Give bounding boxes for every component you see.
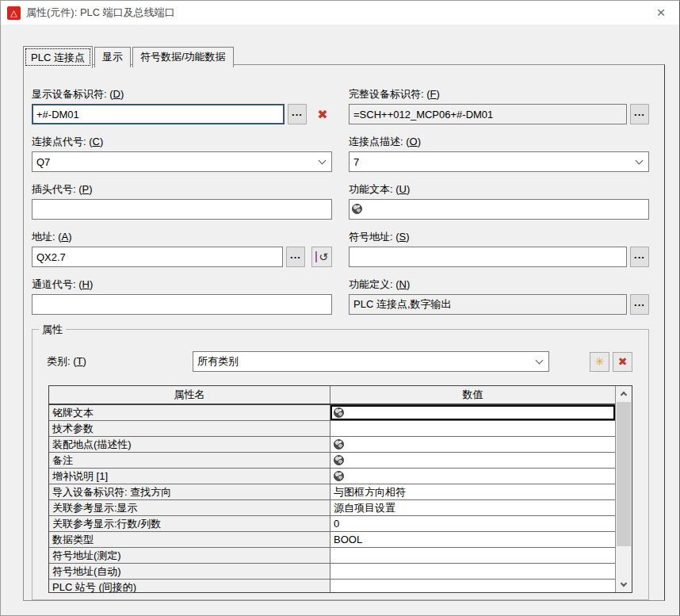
plug-designation-input[interactable] bbox=[32, 199, 332, 220]
property-value-cell[interactable] bbox=[330, 437, 615, 452]
field-channel-designation: 通道代号: (H) bbox=[32, 277, 332, 315]
chevron-down-icon bbox=[536, 356, 544, 364]
property-name-cell[interactable]: 导入设备标识符: 查找方向 bbox=[49, 484, 330, 499]
property-value-cell[interactable]: 与图框方向相符 bbox=[330, 484, 615, 499]
symbolic-address-input[interactable] bbox=[349, 247, 627, 267]
field-plug-designation: 插头代号: (P) bbox=[32, 182, 332, 220]
function-text-input[interactable] bbox=[349, 199, 649, 220]
property-value-cell[interactable]: BOOL bbox=[330, 532, 615, 547]
property-value-text: 源自项目设置 bbox=[334, 500, 395, 515]
tab-display[interactable]: 显示 bbox=[94, 47, 131, 67]
property-name-cell[interactable]: 关联参考显示:行数/列数 bbox=[49, 516, 330, 531]
property-name-cell[interactable]: 增补说明 [1] bbox=[49, 469, 330, 484]
field-connection-point-description: 连接点描述: (O) 7 bbox=[349, 135, 649, 172]
property-value-cell[interactable]: 源自项目设置 bbox=[330, 500, 615, 515]
header-value[interactable]: 数值 bbox=[330, 386, 615, 404]
multilanguage-globe-icon bbox=[352, 204, 362, 214]
property-table: 属性名 数值 铭牌文本技术参数装配地点(描述性)备注增补说明 [1]导入设备标识… bbox=[48, 385, 632, 593]
select-value: 所有类别 bbox=[197, 354, 537, 369]
connection-point-designation-select[interactable]: Q7 bbox=[32, 151, 332, 172]
property-value-cell[interactable] bbox=[330, 548, 615, 563]
field-label: 地址: (A) bbox=[32, 230, 332, 243]
property-value-text: BOOL bbox=[334, 532, 362, 547]
field-function-text: 功能文本: (U) bbox=[349, 182, 649, 220]
close-icon[interactable]: × bbox=[649, 2, 673, 24]
table-row[interactable]: 数据类型BOOL bbox=[49, 532, 615, 548]
property-grid: 属性名 数值 铭牌文本技术参数装配地点(描述性)备注增补说明 [1]导入设备标识… bbox=[49, 386, 615, 592]
address-input[interactable] bbox=[32, 247, 283, 267]
connection-point-description-select[interactable]: 7 bbox=[349, 151, 649, 172]
tab-plc-connection-point[interactable]: PLC 连接点 bbox=[23, 46, 93, 68]
scrollbar-thumb[interactable] bbox=[617, 402, 631, 546]
browse-symbolic-address-button[interactable]: ... bbox=[630, 247, 649, 267]
eplan-logo-icon: △ bbox=[7, 6, 21, 20]
vertical-scrollbar[interactable] bbox=[615, 386, 632, 592]
category-row: 类别: (T) 所有类别 ✳ ✖ bbox=[47, 351, 632, 372]
title-bar: △ 属性(元件): PLC 端口及总线端口 × bbox=[1, 1, 679, 25]
multilanguage-globe-icon bbox=[334, 407, 344, 418]
property-value-cell[interactable]: 0 bbox=[330, 516, 615, 531]
field-label: 功能定义: (N) bbox=[349, 277, 649, 290]
select-value: 7 bbox=[353, 156, 636, 168]
table-row[interactable]: 符号地址(测定) bbox=[49, 548, 615, 564]
chevron-down-icon bbox=[319, 156, 327, 164]
field-label: 插头代号: (P) bbox=[32, 182, 332, 195]
chevron-up-icon bbox=[621, 392, 627, 398]
field-label: 完整设备标识符: (F) bbox=[349, 87, 649, 100]
property-value-cell[interactable] bbox=[330, 453, 615, 468]
scroll-up-button[interactable] bbox=[616, 386, 632, 401]
function-definition-input[interactable] bbox=[349, 294, 627, 315]
table-row[interactable]: 导入设备标识符: 查找方向与图框方向相符 bbox=[49, 484, 615, 500]
table-row[interactable]: 技术参数 bbox=[49, 421, 615, 437]
table-row[interactable]: 增补说明 [1] bbox=[49, 469, 615, 484]
property-name-cell[interactable]: 符号地址(测定) bbox=[49, 548, 330, 563]
property-value-cell[interactable] bbox=[330, 421, 615, 436]
property-name-cell[interactable]: 关联参考显示:显示 bbox=[49, 500, 330, 515]
property-value-cell[interactable] bbox=[330, 405, 615, 420]
table-row[interactable]: 关联参考显示:显示源自项目设置 bbox=[49, 500, 615, 516]
tab-bar: PLC 连接点 显示 符号数据/功能数据 bbox=[23, 46, 235, 67]
property-name-cell[interactable]: 技术参数 bbox=[49, 421, 330, 436]
window-title: 属性(元件): PLC 端口及总线端口 bbox=[26, 6, 175, 20]
multilanguage-globe-icon bbox=[334, 455, 344, 465]
table-row[interactable]: 备注 bbox=[49, 453, 615, 469]
delete-property-button[interactable]: ✖ bbox=[613, 352, 632, 372]
tab-symbol-function-data[interactable]: 符号数据/功能数据 bbox=[132, 47, 234, 67]
property-name-cell[interactable]: 备注 bbox=[49, 453, 330, 468]
channel-designation-input[interactable] bbox=[32, 294, 332, 315]
browse-full-device-tag-button[interactable]: ... bbox=[630, 104, 649, 124]
table-row[interactable]: PLC 站号 (间接的) bbox=[49, 580, 615, 592]
table-row[interactable]: 关联参考显示:行数/列数0 bbox=[49, 516, 615, 532]
field-connection-point-designation: 连接点代号: (C) Q7 bbox=[32, 135, 332, 172]
category-label: 类别: (T) bbox=[47, 354, 193, 369]
category-select[interactable]: 所有类别 bbox=[193, 351, 549, 372]
property-name-cell[interactable]: 铭牌文本 bbox=[49, 405, 330, 420]
table-row[interactable]: 符号地址(自动) bbox=[49, 564, 615, 580]
property-value-cell[interactable] bbox=[330, 580, 615, 592]
property-name-cell[interactable]: 数据类型 bbox=[49, 532, 330, 547]
new-star-icon: ✳ bbox=[595, 355, 605, 368]
properties-groupbox: 属性 类别: (T) 所有类别 ✳ ✖ 属性名 数值 bbox=[32, 329, 649, 600]
property-name-cell[interactable]: 装配地点(描述性) bbox=[49, 437, 330, 452]
table-row[interactable]: 铭牌文本 bbox=[49, 405, 615, 421]
field-label: 显示设备标识符: (D) bbox=[32, 87, 332, 100]
assign-address-button[interactable]: ↺ bbox=[311, 247, 332, 267]
browse-address-button[interactable]: ... bbox=[286, 247, 305, 267]
scroll-down-button[interactable] bbox=[616, 577, 632, 592]
displayed-device-tag-input[interactable] bbox=[32, 104, 285, 124]
field-symbolic-address: 符号地址: (S) ... bbox=[349, 230, 649, 267]
field-label: 连接点描述: (O) bbox=[349, 135, 649, 147]
property-name-cell[interactable]: 符号地址(自动) bbox=[49, 564, 330, 579]
property-value-cell[interactable] bbox=[330, 469, 615, 484]
delete-device-tag-button[interactable]: ✖ bbox=[313, 104, 332, 124]
browse-device-tag-button[interactable]: ... bbox=[288, 104, 307, 124]
new-property-button[interactable]: ✳ bbox=[590, 352, 609, 372]
header-property-name[interactable]: 属性名 bbox=[49, 386, 330, 404]
groupbox-legend: 属性 bbox=[39, 323, 66, 337]
property-name-cell[interactable]: PLC 站号 (间接的) bbox=[49, 580, 330, 592]
full-device-tag-input[interactable] bbox=[349, 104, 627, 124]
browse-function-definition-button[interactable]: ... bbox=[630, 294, 649, 315]
field-address: 地址: (A) ... ↺ bbox=[32, 230, 332, 267]
property-value-cell[interactable] bbox=[330, 564, 615, 579]
table-row[interactable]: 装配地点(描述性) bbox=[49, 437, 615, 453]
